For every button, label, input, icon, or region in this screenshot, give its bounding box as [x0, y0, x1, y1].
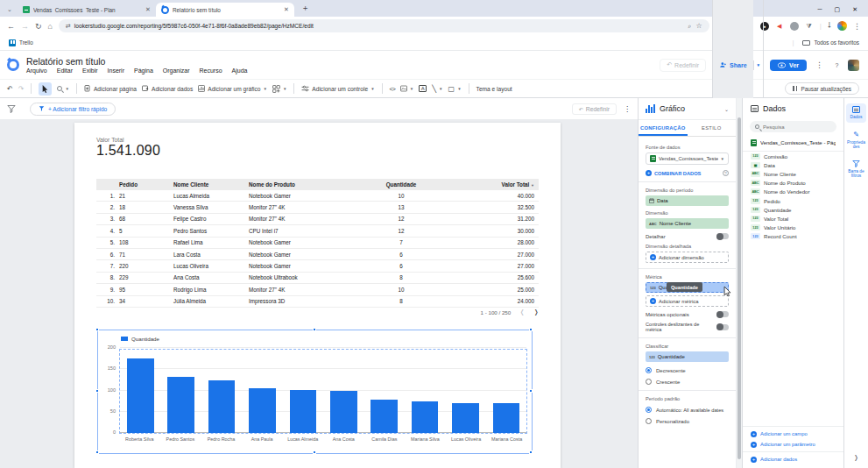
user-avatar[interactable] [848, 60, 859, 71]
bar-ana-paula[interactable] [249, 388, 276, 433]
sort-descending-option[interactable]: Decrescente [646, 367, 729, 373]
selection-handle[interactable] [313, 328, 316, 331]
add-chart-button[interactable]: Adicionar um gráfico▼ [198, 85, 267, 92]
field-item[interactable]: ABCNome Cliente [743, 169, 843, 178]
chevron-down-icon[interactable]: ⌄ [724, 106, 729, 112]
table-row[interactable]: 8.229Ana CostaNotebook Ultrabook825.600 [96, 273, 539, 284]
info-icon[interactable]: ? [723, 170, 729, 176]
dimension-chip[interactable]: ABC Nome Cliente [646, 218, 729, 229]
bar-pedro-rocha[interactable] [208, 380, 236, 433]
filter-icon[interactable] [7, 105, 16, 113]
menu-arquivo[interactable]: Arquivo [26, 67, 47, 74]
table-row[interactable]: 1.21Lucas AlmeidaNotebook Gamer1040.000 [96, 190, 539, 202]
sort-ascending-option[interactable]: Crescente [646, 379, 729, 385]
col-valor-total[interactable]: Valor Total ▼ [434, 181, 539, 188]
tab-close-icon[interactable]: ✕ [145, 6, 151, 13]
add-dimension-button[interactable]: + Adicionar dimensão [646, 252, 729, 263]
selection-handle[interactable] [529, 389, 533, 393]
table-row[interactable]: 3.68Felipe CastroMonitor 27" 4K1231.200 [96, 214, 539, 225]
looker-studio-logo[interactable] [7, 59, 19, 71]
bar-camila-dias[interactable] [370, 400, 398, 433]
field-item[interactable]: 123Valor Unitário [743, 223, 843, 232]
home-button[interactable]: ⌂ [48, 22, 53, 31]
field-item[interactable]: ABCNome do Produto [743, 179, 843, 188]
rail-propriedades-button[interactable]: ✎ Propriedades [846, 128, 866, 152]
selection-handle[interactable] [95, 389, 99, 393]
report-canvas[interactable]: Valor Total 1.541.090 Pedido Nome Client… [0, 119, 638, 468]
site-info-icon[interactable]: ⇄ [66, 23, 70, 30]
bar-roberta-silva[interactable] [127, 358, 154, 433]
more-options-icon[interactable]: ⋮ [813, 60, 826, 69]
tab-close-icon[interactable]: ✕ [284, 6, 289, 13]
help-icon[interactable]: ? [832, 60, 842, 70]
blend-data-button[interactable]: + COMBINAR DADOS ? [646, 170, 729, 176]
tab-style[interactable]: ESTILO [688, 120, 737, 136]
col-quantidade[interactable]: Quantidade [368, 181, 434, 188]
bar-pedro-santos[interactable] [167, 377, 194, 433]
undo-icon[interactable]: ↶ [7, 85, 13, 93]
table-row[interactable]: 9.95Rodrigo LimaMonitor 27" 4K1025.000 [96, 284, 539, 295]
reset-button[interactable]: ↶Redefinir [660, 59, 706, 72]
bar-ana-costa[interactable] [330, 391, 357, 434]
field-item[interactable]: 123Comissão [743, 152, 843, 160]
table-row[interactable]: 2.18Vanessa SilvaMonitor 27" 4K1332.500 [96, 202, 539, 213]
line-tool[interactable]: ╲▼ [432, 85, 442, 93]
col-pedido[interactable]: Pedido [119, 181, 173, 188]
embed-url-icon[interactable]: <> [390, 86, 395, 92]
back-button[interactable]: ← [7, 22, 15, 31]
select-tool[interactable] [39, 82, 52, 96]
community-visualizations-button[interactable]: ▼ [272, 85, 286, 93]
menu-página[interactable]: Página [134, 67, 153, 74]
filter-bar-menu-icon[interactable]: ⋮ [624, 105, 631, 113]
add-control-button[interactable]: Adicionar um controle▼ [301, 85, 374, 92]
chart-plot-area[interactable] [119, 349, 527, 434]
period-custom-option[interactable]: Personalizado [646, 418, 729, 424]
image-tool[interactable]: ▼ [400, 85, 413, 92]
share-dropdown-caret[interactable]: ▾ [753, 60, 764, 70]
field-item[interactable]: ▦Data [743, 160, 843, 169]
field-item[interactable]: 123Quantidade [743, 205, 843, 214]
optional-metrics-toggle[interactable] [716, 311, 729, 317]
pause-updates-button[interactable]: Pausar atualizações [785, 82, 859, 95]
bar-mariana-silva[interactable] [412, 401, 439, 433]
redo-icon[interactable]: ↷ [18, 85, 25, 93]
selection-handle[interactable] [95, 328, 99, 331]
next-page-icon[interactable]: ❭ [533, 308, 539, 316]
menu-exibir[interactable]: Exibir [82, 67, 98, 74]
drill-down-toggle[interactable] [716, 233, 729, 239]
zoom-tool[interactable]: ▼ [57, 86, 68, 91]
add-quick-filter-button[interactable]: + Adicionar filtro rápido [30, 103, 116, 116]
forward-button[interactable]: → [21, 22, 29, 31]
reset-filters-button[interactable]: ↶Redefinir [572, 103, 617, 115]
field-item[interactable]: 123Valor Total [743, 214, 843, 223]
add-page-button[interactable]: Adicionar página [84, 85, 137, 92]
selection-handle[interactable] [95, 450, 99, 454]
table-row[interactable]: 10.34Júlia AlmeidaImpressora 3D824.000 [96, 296, 539, 308]
view-button[interactable]: Ver [770, 60, 807, 71]
tab-setup[interactable]: CONFIGURAÇÃO [639, 120, 688, 136]
bar-chart-widget[interactable]: Quantidade 050100150200 Roberta SilvaPed… [97, 330, 533, 454]
data-source-select[interactable]: Vendas_Comissoes_Teste - P... ▼ [646, 152, 729, 165]
menu-editar[interactable]: Editar [57, 67, 73, 74]
browser-tab-looker[interactable]: Relatório sem título ✕ [156, 3, 294, 17]
menu-recurso[interactable]: Recurso [200, 67, 222, 74]
rail-barra-filtros-button[interactable]: Barra de filtros [846, 158, 866, 181]
new-tab-button[interactable]: ＋ [301, 3, 309, 14]
add-field-button[interactable]: +Adicionar um campo [743, 429, 843, 439]
menu-ajuda[interactable]: Ajuda [232, 67, 248, 74]
scorecard-widget[interactable]: Valor Total 1.541.090 [96, 137, 160, 159]
prev-page-icon[interactable]: ❬ [519, 308, 525, 316]
table-row[interactable]: 4.5Pedro SantosCPU Intel i71230.000 [96, 225, 539, 237]
rail-dados-button[interactable]: Dados [846, 103, 866, 123]
field-item[interactable]: 123Record Count [743, 232, 843, 241]
selection-handle[interactable] [529, 450, 533, 454]
field-item[interactable]: 123Pedido [743, 196, 843, 205]
text-tool[interactable]: A [419, 85, 427, 92]
table-row[interactable]: 7.220Lucas OliveiraNotebook Gamer627.000 [96, 260, 539, 272]
browser-tab-sheets[interactable]: Vendas_Comissoes_Teste - Plan ✕ [18, 3, 156, 17]
address-bar[interactable]: ⇄ lookerstudio.google.com/reporting/5f59… [59, 19, 709, 32]
table-row[interactable]: 5.108Rafael LimaNotebook Gamer728.000 [96, 238, 539, 249]
tab-search-chevron-icon[interactable]: ⌄ [7, 6, 12, 13]
date-dimension-chip[interactable]: Data [646, 195, 729, 206]
sort-field-chip[interactable]: 123 Quantidade [646, 351, 729, 362]
